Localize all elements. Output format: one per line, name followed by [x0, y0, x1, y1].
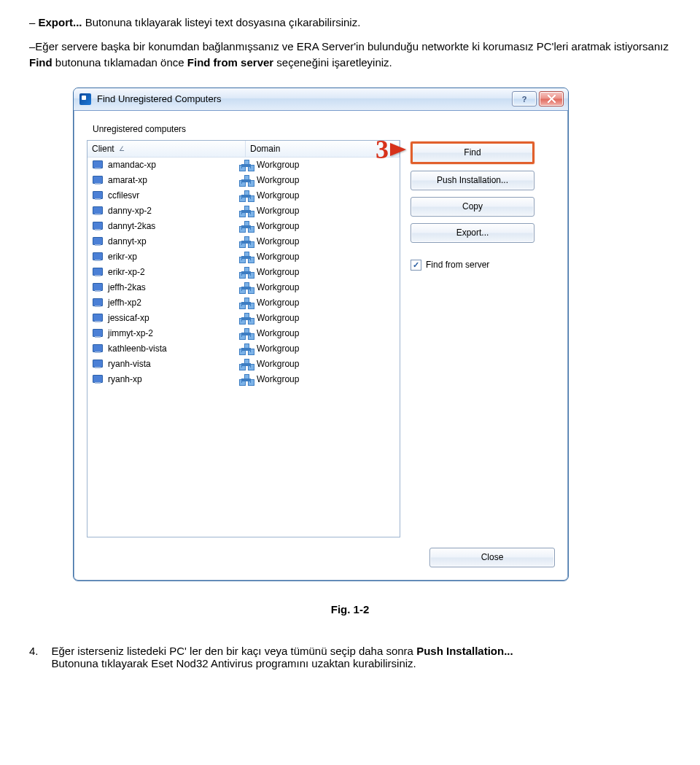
computer-icon — [92, 252, 104, 261]
computer-icon — [92, 375, 104, 384]
client-name: dannyt-xp — [108, 236, 147, 246]
export-button[interactable]: Export... — [411, 223, 534, 243]
domain-name: Workgroup — [257, 282, 299, 292]
domain-name: Workgroup — [257, 298, 299, 308]
table-row[interactable]: jeffh-2kasWorkgroup — [88, 280, 400, 295]
computer-icon — [92, 360, 104, 368]
domain-name: Workgroup — [257, 374, 299, 384]
doc-step-4: 4. Eğer isterseniz listedeki PC' ler den… — [29, 645, 671, 669]
close-button[interactable]: Close — [429, 548, 555, 567]
computer-icon — [92, 344, 104, 353]
domain-name: Workgroup — [257, 175, 299, 185]
table-row[interactable]: ryanh-xpWorkgroup — [88, 372, 400, 387]
computer-icon — [92, 268, 104, 276]
client-name: danny-xp-2 — [108, 206, 152, 216]
app-icon — [79, 93, 91, 105]
callout-number: 3 — [376, 134, 389, 165]
find-from-server-option[interactable]: Find from server — [411, 260, 534, 271]
network-icon — [241, 374, 252, 384]
step-number: 4. — [29, 645, 39, 669]
network-icon — [241, 252, 252, 262]
table-row[interactable]: dannyt-xpWorkgroup — [88, 234, 400, 249]
client-name: ryanh-vista — [108, 359, 151, 369]
arrow-right-icon — [390, 143, 406, 156]
domain-name: Workgroup — [257, 313, 299, 323]
computer-icon — [92, 329, 104, 338]
domain-name: Workgroup — [257, 190, 299, 201]
table-row[interactable]: jeffh-xp2Workgroup — [88, 295, 400, 311]
window-title: Find Unregistered Computers — [97, 93, 512, 104]
client-name: jessicaf-xp — [108, 313, 149, 323]
table-row[interactable]: amandac-xpWorkgroup — [88, 158, 400, 173]
table-row[interactable]: dannyt-2kasWorkgroup — [88, 219, 400, 234]
computer-icon — [92, 283, 104, 292]
column-domain-label: Domain — [250, 144, 280, 154]
table-row[interactable]: jimmyt-xp-2Workgroup — [88, 326, 400, 341]
copy-button[interactable]: Copy — [411, 197, 534, 217]
column-client[interactable]: Client ∠ — [88, 141, 246, 157]
figure-label: Fig. 1-2 — [29, 603, 671, 616]
network-icon — [241, 206, 252, 216]
computer-icon — [92, 298, 104, 307]
network-icon — [241, 221, 252, 231]
push-installation-button[interactable]: Push Installation... — [411, 171, 534, 190]
client-name: amandac-xp — [108, 160, 156, 170]
table-row[interactable]: jessicaf-xpWorkgroup — [88, 311, 400, 326]
client-name: erikr-xp — [108, 252, 137, 262]
domain-name: Workgroup — [257, 236, 299, 246]
table-row[interactable]: erikr-xpWorkgroup — [88, 249, 400, 265]
domain-name: Workgroup — [257, 221, 299, 231]
network-icon — [241, 267, 252, 277]
client-name: ryanh-xp — [108, 374, 142, 384]
network-icon — [241, 313, 252, 323]
client-name: jeffh-2kas — [108, 282, 146, 292]
network-icon — [241, 359, 252, 369]
checkbox-checked-icon[interactable] — [411, 260, 421, 271]
client-name: ccfilesvr — [108, 190, 139, 201]
network-icon — [241, 160, 252, 170]
network-icon — [241, 343, 252, 354]
titlebar[interactable]: Find Unregistered Computers — [74, 88, 568, 111]
table-row[interactable]: amarat-xpWorkgroup — [88, 173, 400, 188]
doc-line-1: – Export... Butonuna tıklayarak listeyi … — [29, 15, 671, 31]
find-button[interactable]: Find — [411, 141, 534, 164]
domain-name: Workgroup — [257, 343, 299, 354]
client-name: kathleenb-vista — [108, 343, 167, 354]
computer-icon — [92, 191, 104, 200]
computer-icon — [92, 314, 104, 322]
network-icon — [241, 190, 252, 201]
domain-name: Workgroup — [257, 160, 299, 170]
domain-name: Workgroup — [257, 267, 299, 277]
network-icon — [241, 236, 252, 246]
table-row[interactable]: erikr-xp-2Workgroup — [88, 265, 400, 280]
computers-list[interactable]: Client ∠ Domain amandac-xpWorkgroupamara… — [87, 140, 400, 537]
client-name: dannyt-2kas — [108, 221, 155, 231]
list-header[interactable]: Client ∠ Domain — [88, 141, 400, 158]
client-name: erikr-xp-2 — [108, 267, 145, 277]
computer-icon — [92, 176, 104, 185]
table-row[interactable]: ccfilesvrWorkgroup — [88, 188, 400, 203]
computer-icon — [92, 237, 104, 246]
network-icon — [241, 175, 252, 185]
help-button[interactable] — [512, 91, 537, 106]
close-window-button[interactable] — [539, 91, 564, 106]
group-label: Unregistered computers — [93, 124, 555, 134]
client-name: jeffh-xp2 — [108, 298, 141, 308]
domain-name: Workgroup — [257, 328, 299, 338]
computer-icon — [92, 222, 104, 230]
computer-icon — [92, 160, 104, 169]
network-icon — [241, 282, 252, 292]
computer-icon — [92, 206, 104, 215]
callout-step-3: 3 — [376, 134, 406, 165]
domain-name: Workgroup — [257, 206, 299, 216]
client-name: jimmyt-xp-2 — [108, 328, 153, 338]
table-row[interactable]: danny-xp-2Workgroup — [88, 203, 400, 219]
domain-name: Workgroup — [257, 252, 299, 262]
column-client-label: Client — [92, 144, 114, 154]
sort-asc-icon: ∠ — [119, 145, 125, 152]
table-row[interactable]: kathleenb-vistaWorkgroup — [88, 341, 400, 357]
table-row[interactable]: ryanh-vistaWorkgroup — [88, 357, 400, 372]
network-icon — [241, 298, 252, 308]
network-icon — [241, 328, 252, 338]
checkbox-label: Find from server — [426, 260, 489, 270]
